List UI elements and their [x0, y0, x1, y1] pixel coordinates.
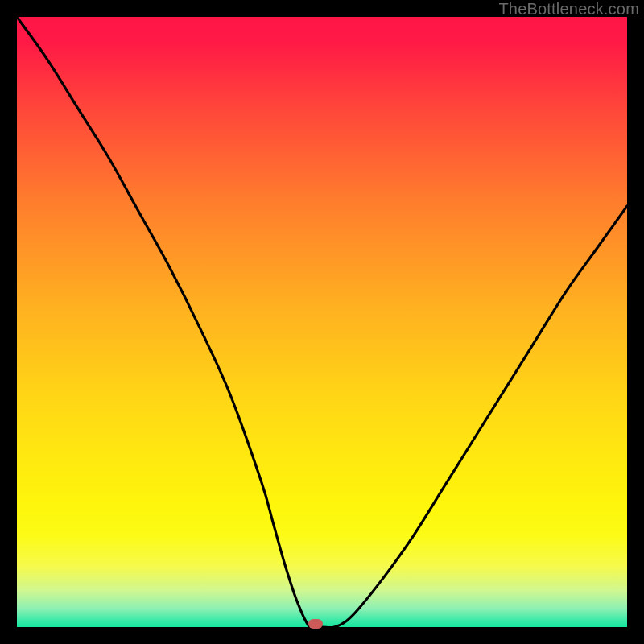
optimal-point-marker [308, 619, 323, 629]
chart-frame [17, 17, 627, 627]
watermark-text: TheBottleneck.com [498, 0, 639, 19]
bottleneck-curve [17, 17, 627, 627]
